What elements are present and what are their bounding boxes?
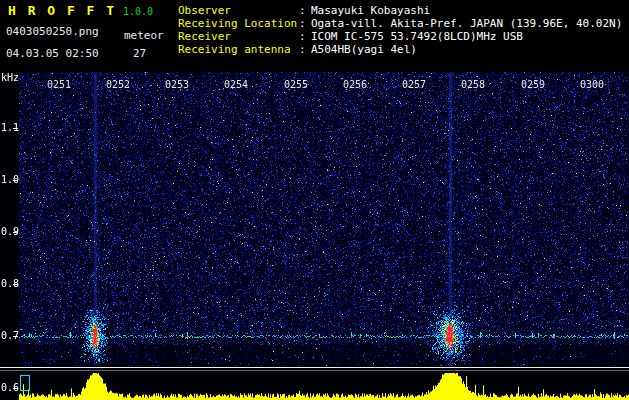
info-label: Observer	[178, 4, 299, 17]
app-title: H R O F F T	[8, 3, 116, 18]
header-panel: H R O F F T 1.0.0 0403050250.png meteor …	[0, 0, 629, 72]
info-separator: :	[299, 30, 311, 43]
time-label: 0259	[521, 80, 545, 90]
info-separator: :	[299, 43, 311, 56]
station-info: Observer : Masayuki Kobayashi Receiving …	[178, 4, 622, 56]
freq-label: 1.1	[1, 123, 19, 133]
time-label: 0256	[343, 80, 367, 90]
spectrogram-panel: kHz 1.1 1.0 0.9 0.8 0.7 0.6 0251 0252 02…	[0, 72, 629, 400]
output-filename: 0403050250.png	[6, 25, 99, 38]
time-label: 0255	[284, 80, 308, 90]
timestamp: 04.03.05 02:50	[6, 47, 99, 60]
freq-label: 0.9	[1, 227, 19, 237]
time-label: 0257	[402, 80, 426, 90]
time-label: 0258	[461, 80, 485, 90]
info-separator: :	[299, 17, 311, 30]
time-label: 0251	[47, 80, 71, 90]
info-row-receiver: Receiver : ICOM IC-575 53.7492(8LCD)MHz …	[178, 30, 622, 43]
time-label: 0300	[580, 80, 604, 90]
time-label: 0252	[106, 80, 130, 90]
info-label: Receiving antenna	[178, 43, 299, 56]
time-label: 0253	[165, 80, 189, 90]
echo-count: 27	[133, 47, 146, 60]
info-label: Receiver	[178, 30, 299, 43]
spectrogram-canvas	[0, 72, 629, 400]
hrofft-window: H R O F F T 1.0.0 0403050250.png meteor …	[0, 0, 629, 400]
freq-label: 0.7	[1, 331, 19, 341]
app-version: 1.0.0	[123, 6, 153, 17]
time-label: 0254	[224, 80, 248, 90]
info-row-observer: Observer : Masayuki Kobayashi	[178, 4, 622, 17]
freq-label: 1.0	[1, 175, 19, 185]
info-label: Receiving Location	[178, 17, 299, 30]
freq-label: 0.8	[1, 279, 19, 289]
info-value: ICOM IC-575 53.7492(8LCD)MHz USB	[311, 30, 523, 43]
info-separator: :	[299, 4, 311, 17]
freq-label: 0.6	[1, 383, 19, 393]
info-value: A504HB(yagi 4el)	[311, 43, 417, 56]
freq-unit-label: kHz	[1, 73, 19, 83]
info-value: Masayuki Kobayashi	[311, 4, 430, 17]
info-row-antenna: Receiving antenna : A504HB(yagi 4el)	[178, 43, 622, 56]
info-row-location: Receiving Location : Ogata-vill. Akita-P…	[178, 17, 622, 30]
mode-label: meteor	[124, 29, 164, 42]
info-value: Ogata-vill. Akita-Pref. JAPAN (139.96E, …	[311, 17, 622, 30]
